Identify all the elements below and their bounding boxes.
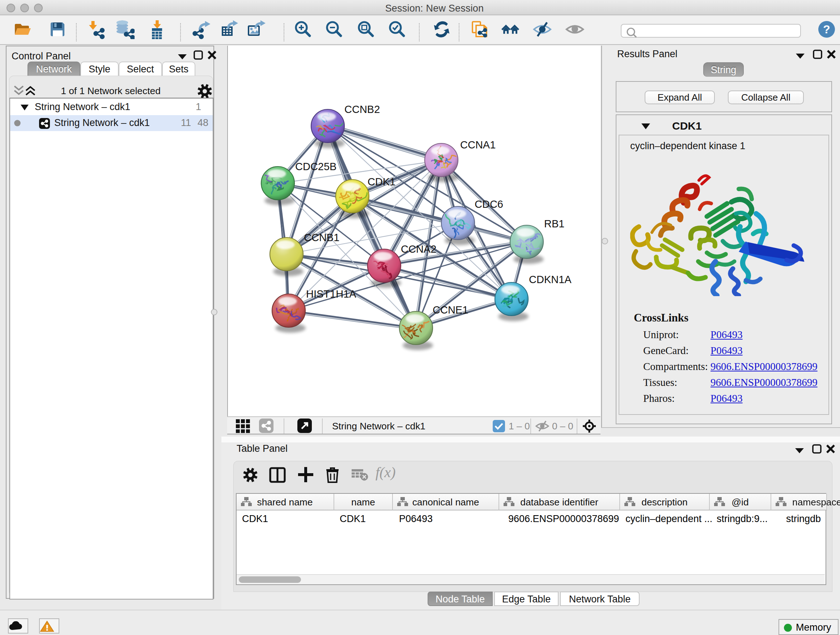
svg-text:RB1: RB1 (544, 218, 564, 230)
svg-text:CCNB2: CCNB2 (344, 103, 380, 115)
svg-text:CDC6: CDC6 (475, 198, 503, 210)
svg-text:CCNA2: CCNA2 (401, 243, 436, 255)
svg-text:CDK1: CDK1 (368, 176, 395, 187)
svg-text:CCNE1: CCNE1 (433, 304, 468, 316)
svg-text:HIST1H1A: HIST1H1A (306, 288, 356, 300)
svg-text:CDKN1A: CDKN1A (529, 274, 572, 285)
svg-text:?: ? (823, 23, 830, 36)
svg-text:CCNB1: CCNB1 (304, 232, 339, 243)
svg-text:CDC25B: CDC25B (295, 161, 336, 172)
svg-text:CCNA1: CCNA1 (460, 139, 496, 150)
